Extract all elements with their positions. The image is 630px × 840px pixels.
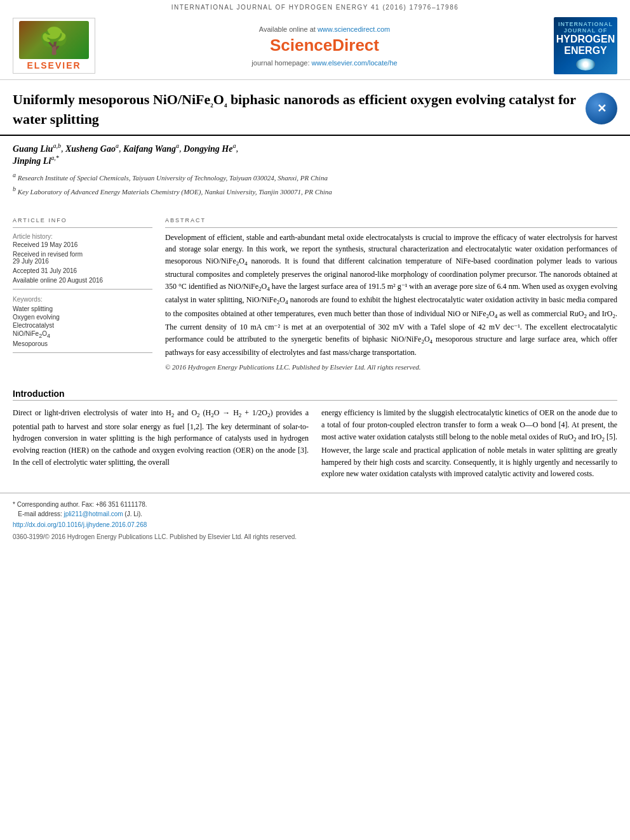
info-abstract-columns: ARTICLE INFO Article history: Received 1… (13, 211, 617, 371)
keyword-water-splitting: Water splitting (13, 305, 152, 312)
article-title: Uniformly mesoporous NiO/NiFe2O4 biphasi… (13, 90, 579, 128)
elsevier-tree-icon (19, 21, 89, 59)
journal-logo-main: HYDROGENENERGY (556, 34, 615, 56)
introduction-section: Introduction Direct or light-driven elec… (0, 389, 630, 479)
introduction-right-col: energy efficiency is limited by the slug… (321, 407, 617, 479)
affiliation-b: b Key Laboratory of Advanced Energy Mate… (13, 184, 617, 197)
available-online-text: Available online at www.sciencedirect.co… (102, 25, 547, 33)
author-dongying-he[interactable]: Dongying He (184, 144, 232, 154)
journal-homepage-text: journal homepage: www.elsevier.com/locat… (102, 59, 547, 67)
keyword-mesoporous: Mesoporous (13, 340, 152, 347)
journal-logo-icon (576, 58, 595, 70)
doi-link[interactable]: http://dx.doi.org/10.1016/j.ijhydene.201… (13, 521, 147, 528)
article-info-column: ARTICLE INFO Article history: Received 1… (13, 211, 152, 371)
journal-url[interactable]: www.elsevier.com/locate/he (312, 59, 398, 67)
sciencedirect-logo: ScienceDirect (102, 36, 547, 55)
keyword-oxygen-evolving: Oxygen evolving (13, 314, 152, 321)
banner-text: INTERNATIONAL JOURNAL OF HYDROGEN ENERGY… (171, 4, 459, 11)
abstract-text: Development of efficient, stable and ear… (165, 232, 617, 359)
article-history-label: Article history: (13, 233, 152, 240)
authors-section: Guang Liua,b, Xusheng Gaoa, Kaifang Wang… (0, 136, 630, 204)
keyword-nio-nife2o4: NiO/NiFe2O4 (13, 330, 152, 339)
title-section: Uniformly mesoporous NiO/NiFe2O4 biphasi… (0, 80, 630, 136)
email-link[interactable]: jpli211@hotmail.com (64, 510, 123, 517)
keyword-electrocatalyst: Electrocatalyst (13, 322, 152, 329)
abstract-section-label: ABSTRACT (165, 217, 617, 223)
header: ELSEVIER Available online at www.science… (0, 12, 630, 80)
header-center: Available online at www.sciencedirect.co… (102, 25, 547, 67)
accepted-date: Accepted 31 July 2016 (13, 267, 152, 274)
introduction-left-col: Direct or light-driven electrolysis of w… (13, 407, 309, 479)
journal-logo: INTERNATIONAL JOURNAL OF HYDROGENENERGY (554, 17, 617, 74)
email-line: E-mail address: jpli211@hotmail.com (J. … (13, 509, 617, 519)
journal-logo-top: INTERNATIONAL JOURNAL OF (558, 21, 613, 34)
received-date: Received 19 May 2016 (13, 241, 152, 248)
revised-date: Received in revised form29 July 2016 (13, 251, 152, 265)
introduction-title: Introduction (13, 389, 617, 401)
elsevier-logo: ELSEVIER (13, 18, 95, 74)
footnotes-section: * Corresponding author. Fax: +86 351 611… (0, 493, 630, 547)
affiliation-a: a Research Institute of Special Chemical… (13, 170, 617, 183)
available-online-date: Available online 20 August 2016 (13, 277, 152, 284)
article-info-section-label: ARTICLE INFO (13, 217, 152, 223)
abstract-column: ABSTRACT Development of efficient, stabl… (165, 211, 617, 371)
affiliations: a Research Institute of Special Chemical… (13, 170, 617, 197)
author-jinping-li[interactable]: Jinping Li (13, 156, 51, 166)
author-xusheng-gao[interactable]: Xusheng Gao (65, 144, 116, 154)
copyright-footer: 0360-3199/© 2016 Hydrogen Energy Publica… (13, 533, 617, 540)
author-guang-liu[interactable]: Guang Liu (13, 144, 53, 154)
author-kaifang-wang[interactable]: Kaifang Wang (123, 144, 176, 154)
corresponding-author: * Corresponding author. Fax: +86 351 611… (13, 500, 617, 509)
crossmark-badge[interactable] (586, 93, 617, 124)
authors-line: Guang Liua,b, Xusheng Gaoa, Kaifang Wang… (13, 142, 617, 166)
crossmark-icon (586, 93, 617, 124)
journal-banner: INTERNATIONAL JOURNAL OF HYDROGEN ENERGY… (0, 0, 630, 12)
keywords-label: Keywords: (13, 296, 152, 303)
abstract-copyright: © 2016 Hydrogen Energy Publications LLC.… (165, 363, 617, 371)
main-content: ARTICLE INFO Article history: Received 1… (0, 204, 630, 378)
elsevier-label: ELSEVIER (27, 60, 81, 70)
introduction-columns: Direct or light-driven electrolysis of w… (13, 407, 617, 479)
sciencedirect-url[interactable]: www.sciencedirect.com (318, 25, 390, 33)
